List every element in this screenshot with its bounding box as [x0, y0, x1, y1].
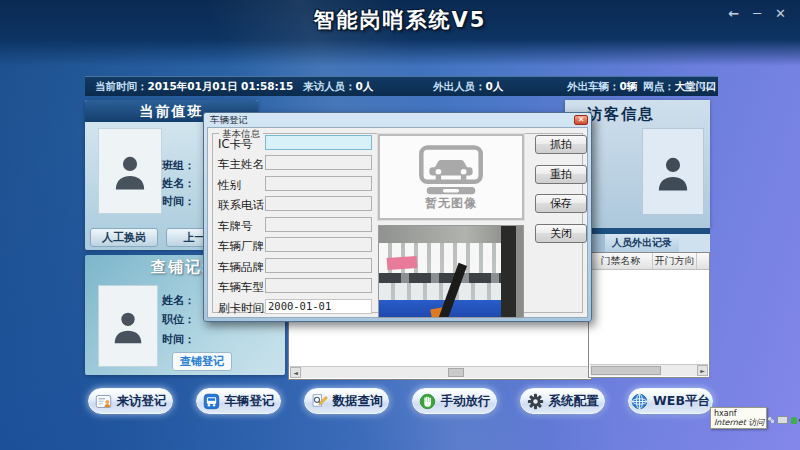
status-current-time-value: 2015年01月01日 01:58:15: [148, 80, 294, 92]
vehicle-make-input[interactable]: [265, 237, 372, 252]
status-site-label: 网点：: [643, 80, 675, 92]
phone-input[interactable]: [265, 196, 372, 211]
status-vehicles-out-value: 0辆: [620, 80, 638, 92]
preview-right-bar: [501, 226, 516, 317]
visitor-register-button[interactable]: 来访登记: [88, 388, 173, 414]
field-row-vehicle-brand: 车辆品牌: [218, 258, 378, 274]
gender-label: 性别: [218, 178, 241, 193]
status-visitors: 来访人员：0人: [303, 80, 373, 94]
outing-record-table: 门禁名称 开门方向 ►: [588, 252, 710, 378]
vehicle-model-input[interactable]: [265, 278, 372, 293]
scroll-thumb[interactable]: [591, 366, 661, 375]
status-current-time-label: 当前时间：: [95, 80, 148, 92]
phone-label: 联系电话: [218, 198, 264, 213]
retake-button[interactable]: 重拍: [535, 165, 587, 184]
manual-shift-button[interactable]: 人工换岗: [90, 228, 158, 247]
save-button[interactable]: 保存: [535, 194, 587, 213]
tray-dots-icon[interactable]: [768, 417, 774, 423]
plate-number-input[interactable]: [265, 217, 372, 232]
data-query-button[interactable]: 数据查询: [304, 388, 389, 414]
field-row-ic-card: IC卡号: [218, 135, 378, 151]
bedcheck-register-button[interactable]: 查铺登记: [172, 352, 232, 371]
system-config-label: 系统配置: [549, 393, 599, 410]
scroll-right-arrow[interactable]: ►: [697, 365, 708, 376]
tray-person-icon[interactable]: [791, 417, 797, 424]
status-people-out-label: 外出人员：: [433, 80, 486, 92]
vehicle-register-button[interactable]: 车辆登记: [196, 388, 281, 414]
vehicle-photo-frame: 暂无图像: [378, 134, 524, 220]
preview-pink-object: [387, 256, 418, 270]
person-icon: [656, 152, 690, 192]
capture-button[interactable]: 抓拍: [535, 135, 587, 154]
tabbar-filler: [679, 234, 710, 252]
dialog-title: 车辆登记: [210, 114, 248, 127]
close-button[interactable]: 关闭: [535, 224, 587, 243]
bedcheck-name-label: 姓名：: [162, 293, 195, 308]
minimize-icon[interactable]: ─: [753, 7, 761, 21]
tooltip-line2: Internet 访问: [714, 418, 763, 427]
dialog-close-icon[interactable]: ✕: [574, 115, 588, 125]
vehicle-register-icon: [203, 393, 220, 410]
status-vehicles-out: 外出车辆：0辆: [567, 80, 637, 94]
status-vehicles-out-label: 外出车辆：: [567, 80, 620, 92]
column-extra: [697, 253, 709, 269]
app-title: 智能岗哨系统V5: [0, 6, 800, 34]
vehicle-model-label: 车辆车型: [218, 280, 264, 295]
close-icon[interactable]: ✕: [775, 7, 786, 21]
status-people-out: 外出人员：0人: [433, 80, 503, 94]
ic-card-label: IC卡号: [218, 137, 252, 152]
dialog-body: 基本信息 IC卡号 车主姓名 性别 联系电话 车牌号: [207, 127, 588, 318]
swipe-time-label: 刷卡时间: [218, 301, 264, 316]
web-platform-icon: [631, 393, 648, 410]
status-visitors-value: 0人: [356, 80, 374, 92]
camera-preview: [378, 225, 524, 318]
manual-release-button[interactable]: 手动放行: [412, 388, 497, 414]
owner-name-label: 车主姓名: [218, 157, 264, 172]
window-controls: ← ─ ✕: [728, 7, 786, 21]
manual-release-icon: [419, 393, 436, 410]
bedcheck-time-label: 时间：: [162, 332, 195, 347]
no-image-text: 暂无图像: [380, 195, 522, 212]
duty-name-label: 姓名：: [162, 176, 195, 191]
outing-table-header: 门禁名称 开门方向: [589, 253, 709, 270]
bedcheck-avatar: [98, 285, 158, 367]
field-row-vehicle-make: 车辆厂牌: [218, 237, 378, 253]
status-visitors-label: 来访人员：: [303, 80, 356, 92]
visitor-register-label: 来访登记: [117, 393, 167, 410]
column-door-direction[interactable]: 开门方向: [653, 253, 697, 269]
scroll-left-arrow[interactable]: ◄: [290, 367, 301, 378]
person-icon: [112, 307, 144, 345]
web-platform-label: WEB平台: [653, 393, 710, 410]
scroll-thumb[interactable]: [448, 368, 464, 377]
visitor-avatar: [642, 128, 704, 215]
field-row-owner-name: 车主姓名: [218, 155, 378, 171]
outing-table-hscrollbar[interactable]: ►: [590, 364, 708, 376]
web-platform-button[interactable]: WEB平台: [628, 388, 713, 414]
visitor-register-icon: [95, 393, 112, 410]
vehicle-brand-input[interactable]: [265, 258, 372, 273]
system-config-icon: [527, 393, 544, 410]
ic-card-input[interactable]: [265, 135, 372, 150]
tray-icons: [768, 416, 800, 424]
vehicle-brand-label: 车辆品牌: [218, 260, 264, 275]
version-label: v1.0.2: [684, 81, 714, 91]
middle-table-hscrollbar[interactable]: ◄: [290, 366, 590, 378]
vehicle-registration-dialog: 车辆登记 ✕ 基本信息 IC卡号 车主姓名 性别 联系电话: [203, 112, 592, 322]
network-tooltip: hxanf Internet 访问: [710, 407, 767, 429]
preview-right-edge: [516, 226, 524, 317]
plate-number-label: 车牌号: [218, 219, 253, 234]
bedcheck-position-label: 职位：: [162, 312, 195, 327]
keyboard-icon[interactable]: [777, 416, 788, 424]
manual-release-label: 手动放行: [441, 393, 491, 410]
vehicle-register-label: 车辆登记: [225, 393, 275, 410]
owner-name-input[interactable]: [265, 155, 372, 170]
field-row-plate-number: 车牌号: [218, 217, 378, 233]
gender-input[interactable]: [265, 176, 372, 191]
duty-avatar: [98, 128, 162, 214]
system-config-button[interactable]: 系统配置: [520, 388, 605, 414]
column-door-name[interactable]: 门禁名称: [589, 253, 653, 269]
status-current-time: 当前时间：2015年01月01日 01:58:15: [95, 80, 293, 94]
back-icon[interactable]: ←: [728, 7, 739, 21]
swipe-time-value: 2000-01-01: [265, 299, 372, 314]
tab-personnel-outing[interactable]: 人员外出记录: [605, 234, 679, 252]
